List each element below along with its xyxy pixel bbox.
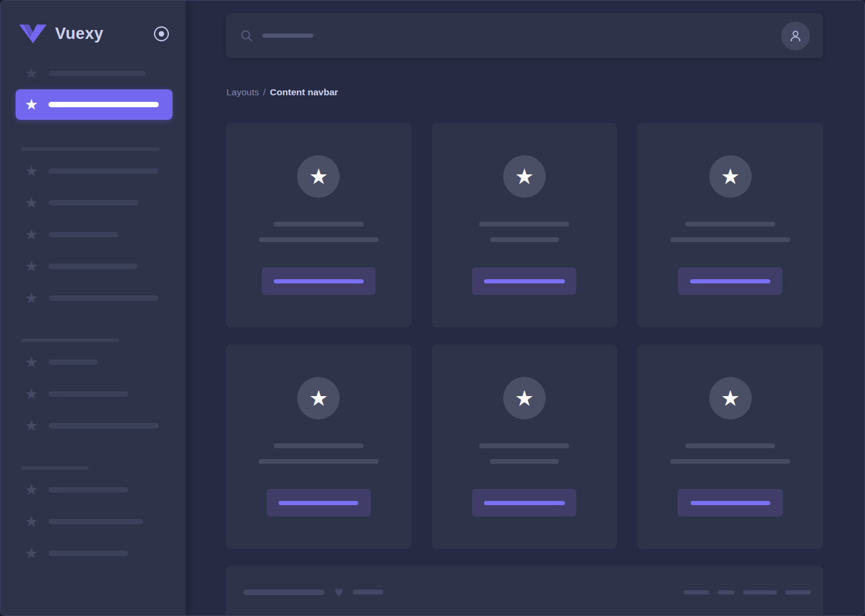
footer-link-placeholder-bar [718, 590, 734, 594]
footer-copyright-placeholder-bar [243, 590, 325, 595]
card-button[interactable] [262, 267, 376, 295]
menu-pin-radio-icon[interactable] [154, 26, 169, 41]
sidebar-menu-item[interactable]: ★ [16, 513, 173, 530]
footer-link-placeholder-bar [683, 590, 709, 594]
menu-item-placeholder-bar [49, 200, 138, 206]
menu-item-placeholder-bar [49, 487, 128, 493]
menu-section-header-bar [21, 147, 160, 151]
star-icon: ★ [23, 514, 40, 530]
star-icon: ★ [23, 96, 40, 113]
star-icon: ★ [23, 354, 40, 370]
demo-card: ★ [226, 123, 412, 327]
main-content: Layouts/Content navbar ★ ★ ★ ★ [186, 1, 864, 615]
star-icon: ★ [309, 166, 328, 188]
breadcrumb-current: Content navbar [270, 87, 338, 97]
card-button[interactable] [678, 267, 782, 295]
card-grid: ★ ★ ★ ★ ★ [226, 123, 823, 549]
sidebar-menu-item[interactable]: ★ [16, 481, 173, 498]
card-button[interactable] [472, 267, 576, 295]
sidebar-menu-item[interactable]: ★ [16, 545, 173, 561]
star-icon: ★ [23, 195, 40, 211]
star-icon: ★ [23, 482, 40, 498]
menu-item-placeholder-bar [49, 71, 146, 76]
card-subtitle-placeholder-bar [490, 237, 559, 242]
demo-card: ★ [226, 345, 412, 549]
card-title-placeholder-bar [685, 443, 775, 448]
card-avatar-circle: ★ [297, 155, 340, 198]
star-icon: ★ [23, 227, 40, 243]
card-subtitle-placeholder-bar [259, 237, 379, 242]
button-label-placeholder-bar [279, 501, 358, 505]
menu-item-placeholder-bar [49, 551, 128, 556]
menu-item-placeholder-bar [49, 360, 98, 365]
card-button[interactable] [678, 489, 783, 517]
demo-card: ★ [637, 123, 823, 327]
sidebar-menu-item[interactable]: ★ [16, 162, 173, 179]
brand: Vuexy [1, 1, 186, 47]
footer: ♥ [226, 566, 823, 615]
card-subtitle-placeholder-bar [259, 459, 379, 464]
sidebar-menu-item[interactable]: ★ [16, 89, 173, 120]
vuexy-logo-icon [19, 25, 47, 43]
card-avatar-circle: ★ [709, 155, 752, 198]
button-label-placeholder-bar [484, 279, 565, 283]
card-avatar-circle: ★ [503, 155, 546, 198]
card-subtitle-placeholder-bar [670, 459, 790, 464]
star-icon: ★ [309, 388, 328, 409]
heart-icon: ♥ [334, 585, 343, 599]
menu-item-placeholder-bar [49, 232, 118, 237]
menu-item-placeholder-bar [49, 423, 159, 428]
star-icon: ★ [23, 418, 40, 434]
search-input[interactable] [240, 29, 781, 43]
footer-link-placeholder-bar [785, 590, 811, 594]
sidebar-menu-item[interactable]: ★ [16, 65, 173, 81]
card-title-placeholder-bar [685, 222, 775, 227]
sidebar-menu-item[interactable]: ★ [16, 385, 173, 402]
app-window: Vuexy ★ ★ ★ ★ ★ ★ ★ ★ ★ ★ ★ ★ [0, 0, 865, 616]
breadcrumb-separator: / [263, 87, 265, 97]
star-icon: ★ [23, 65, 40, 81]
menu-item-placeholder-bar [49, 102, 159, 107]
menu-item-placeholder-bar [49, 295, 158, 301]
card-avatar-circle: ★ [709, 377, 752, 419]
star-icon: ★ [515, 166, 534, 188]
star-icon: ★ [515, 388, 534, 409]
sidebar-menu-item[interactable]: ★ [16, 289, 173, 306]
sidebar: Vuexy ★ ★ ★ ★ ★ ★ ★ ★ ★ ★ ★ ★ [1, 1, 186, 615]
sidebar-menu-item[interactable]: ★ [16, 354, 173, 370]
sidebar-menu-item[interactable]: ★ [16, 258, 173, 274]
footer-link-placeholder-bar [743, 590, 777, 594]
sidebar-menu-item[interactable]: ★ [16, 417, 173, 434]
card-avatar-circle: ★ [297, 377, 340, 419]
menu-item-placeholder-bar [49, 168, 158, 174]
sidebar-menu: ★ ★ ★ ★ ★ ★ ★ ★ ★ ★ ★ ★ ★ [1, 47, 186, 561]
card-subtitle-placeholder-bar [670, 237, 790, 242]
footer-left: ♥ [243, 585, 383, 599]
star-icon: ★ [23, 258, 40, 274]
top-navbar [226, 13, 823, 58]
button-label-placeholder-bar [691, 501, 770, 505]
button-label-placeholder-bar [274, 279, 364, 283]
card-subtitle-placeholder-bar [490, 459, 559, 464]
button-label-placeholder-bar [484, 501, 565, 505]
star-icon: ★ [23, 290, 40, 306]
star-icon: ★ [721, 166, 740, 188]
star-icon: ★ [23, 386, 40, 402]
card-title-placeholder-bar [274, 222, 364, 227]
person-icon [788, 28, 803, 44]
user-avatar[interactable] [781, 22, 810, 50]
star-icon: ★ [23, 545, 40, 561]
menu-section-header-bar [21, 339, 119, 342]
card-avatar-circle: ★ [503, 377, 546, 419]
radio-dot [159, 31, 164, 37]
card-button[interactable] [267, 489, 371, 517]
card-button[interactable] [472, 489, 576, 517]
footer-right [683, 585, 811, 599]
button-label-placeholder-bar [690, 279, 770, 283]
sidebar-menu-item[interactable]: ★ [16, 226, 173, 243]
breadcrumb-parent[interactable]: Layouts [226, 87, 259, 97]
demo-card: ★ [432, 345, 618, 549]
footer-credit-placeholder-bar [353, 590, 383, 594]
search-placeholder-bar [262, 34, 313, 38]
sidebar-menu-item[interactable]: ★ [16, 194, 173, 211]
